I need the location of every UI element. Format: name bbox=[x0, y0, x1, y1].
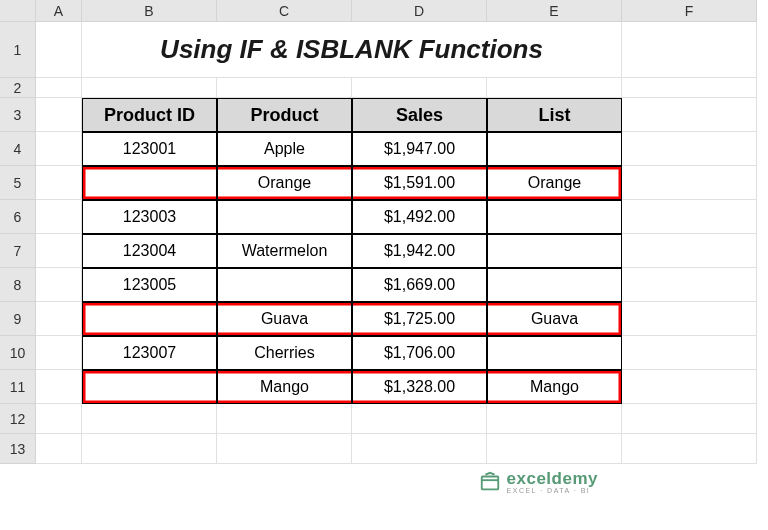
row-header-3[interactable]: 3 bbox=[0, 98, 36, 132]
cell-C8[interactable] bbox=[217, 268, 352, 302]
cell-A13[interactable] bbox=[36, 434, 82, 464]
cell-E6[interactable] bbox=[487, 200, 622, 234]
cell-D8[interactable]: $1,669.00 bbox=[352, 268, 487, 302]
cell-D6[interactable]: $1,492.00 bbox=[352, 200, 487, 234]
cell-D4[interactable]: $1,947.00 bbox=[352, 132, 487, 166]
cell-B7[interactable]: 123004 bbox=[82, 234, 217, 268]
cell-B2[interactable] bbox=[82, 78, 217, 98]
cell-E2[interactable] bbox=[487, 78, 622, 98]
cell-A4[interactable] bbox=[36, 132, 82, 166]
cell-C12[interactable] bbox=[217, 404, 352, 434]
cell-B13[interactable] bbox=[82, 434, 217, 464]
cell-E9[interactable]: Guava bbox=[487, 302, 622, 336]
cell-D11[interactable]: $1,328.00 bbox=[352, 370, 487, 404]
exceldemy-logo-icon bbox=[479, 471, 501, 493]
cell-F9[interactable] bbox=[622, 302, 757, 336]
col-header-F[interactable]: F bbox=[622, 0, 757, 22]
page-title: Using IF & ISBLANK Functions bbox=[160, 34, 543, 65]
cell-E4[interactable] bbox=[487, 132, 622, 166]
cell-F4[interactable] bbox=[622, 132, 757, 166]
cell-A6[interactable] bbox=[36, 200, 82, 234]
cell-F6[interactable] bbox=[622, 200, 757, 234]
col-header-E[interactable]: E bbox=[487, 0, 622, 22]
row-header-10[interactable]: 10 bbox=[0, 336, 36, 370]
col-header-D[interactable]: D bbox=[352, 0, 487, 22]
cell-F13[interactable] bbox=[622, 434, 757, 464]
cell-A1[interactable] bbox=[36, 22, 82, 78]
cell-E8[interactable] bbox=[487, 268, 622, 302]
cell-A3[interactable] bbox=[36, 98, 82, 132]
cell-D13[interactable] bbox=[352, 434, 487, 464]
cell-C5[interactable]: Orange bbox=[217, 166, 352, 200]
cell-D10[interactable]: $1,706.00 bbox=[352, 336, 487, 370]
cell-C9[interactable]: Guava bbox=[217, 302, 352, 336]
cell-C13[interactable] bbox=[217, 434, 352, 464]
cell-E12[interactable] bbox=[487, 404, 622, 434]
cell-F5[interactable] bbox=[622, 166, 757, 200]
title-cell[interactable]: Using IF & ISBLANK Functions bbox=[82, 22, 622, 78]
cell-A9[interactable] bbox=[36, 302, 82, 336]
row-header-7[interactable]: 7 bbox=[0, 234, 36, 268]
row-header-9[interactable]: 9 bbox=[0, 302, 36, 336]
cell-F11[interactable] bbox=[622, 370, 757, 404]
spreadsheet-grid: A B C D E F 1 Using IF & ISBLANK Functio… bbox=[0, 0, 768, 464]
col-header-B[interactable]: B bbox=[82, 0, 217, 22]
cell-F10[interactable] bbox=[622, 336, 757, 370]
cell-A10[interactable] bbox=[36, 336, 82, 370]
cell-B8[interactable]: 123005 bbox=[82, 268, 217, 302]
cell-E7[interactable] bbox=[487, 234, 622, 268]
cell-A12[interactable] bbox=[36, 404, 82, 434]
row-header-13[interactable]: 13 bbox=[0, 434, 36, 464]
header-product[interactable]: Product bbox=[217, 98, 352, 132]
watermark-sub: EXCEL · DATA · BI bbox=[507, 487, 598, 494]
cell-F3[interactable] bbox=[622, 98, 757, 132]
header-sales[interactable]: Sales bbox=[352, 98, 487, 132]
cell-E11[interactable]: Mango bbox=[487, 370, 622, 404]
svg-rect-0 bbox=[481, 477, 498, 490]
cell-B9[interactable] bbox=[82, 302, 217, 336]
cell-D7[interactable]: $1,942.00 bbox=[352, 234, 487, 268]
cell-F1[interactable] bbox=[622, 22, 757, 78]
cell-A2[interactable] bbox=[36, 78, 82, 98]
cell-C11[interactable]: Mango bbox=[217, 370, 352, 404]
cell-C4[interactable]: Apple bbox=[217, 132, 352, 166]
cell-D12[interactable] bbox=[352, 404, 487, 434]
cell-F12[interactable] bbox=[622, 404, 757, 434]
cell-D9[interactable]: $1,725.00 bbox=[352, 302, 487, 336]
cell-B10[interactable]: 123007 bbox=[82, 336, 217, 370]
row-header-2[interactable]: 2 bbox=[0, 78, 36, 98]
row-header-1[interactable]: 1 bbox=[0, 22, 36, 78]
cell-C10[interactable]: Cherries bbox=[217, 336, 352, 370]
row-header-6[interactable]: 6 bbox=[0, 200, 36, 234]
cell-A11[interactable] bbox=[36, 370, 82, 404]
cell-B6[interactable]: 123003 bbox=[82, 200, 217, 234]
cell-A8[interactable] bbox=[36, 268, 82, 302]
cell-D2[interactable] bbox=[352, 78, 487, 98]
header-product-id[interactable]: Product ID bbox=[82, 98, 217, 132]
cell-A5[interactable] bbox=[36, 166, 82, 200]
cell-B12[interactable] bbox=[82, 404, 217, 434]
cell-A7[interactable] bbox=[36, 234, 82, 268]
cell-B4[interactable]: 123001 bbox=[82, 132, 217, 166]
header-list[interactable]: List bbox=[487, 98, 622, 132]
col-header-C[interactable]: C bbox=[217, 0, 352, 22]
cell-B11[interactable] bbox=[82, 370, 217, 404]
cell-F8[interactable] bbox=[622, 268, 757, 302]
cell-D5[interactable]: $1,591.00 bbox=[352, 166, 487, 200]
cell-C2[interactable] bbox=[217, 78, 352, 98]
row-header-4[interactable]: 4 bbox=[0, 132, 36, 166]
cell-C6[interactable] bbox=[217, 200, 352, 234]
row-header-5[interactable]: 5 bbox=[0, 166, 36, 200]
cell-B5[interactable] bbox=[82, 166, 217, 200]
col-header-A[interactable]: A bbox=[36, 0, 82, 22]
cell-C7[interactable]: Watermelon bbox=[217, 234, 352, 268]
cell-F7[interactable] bbox=[622, 234, 757, 268]
cell-F2[interactable] bbox=[622, 78, 757, 98]
row-header-12[interactable]: 12 bbox=[0, 404, 36, 434]
cell-E5[interactable]: Orange bbox=[487, 166, 622, 200]
row-header-11[interactable]: 11 bbox=[0, 370, 36, 404]
row-header-8[interactable]: 8 bbox=[0, 268, 36, 302]
cell-E10[interactable] bbox=[487, 336, 622, 370]
corner-cell[interactable] bbox=[0, 0, 36, 22]
cell-E13[interactable] bbox=[487, 434, 622, 464]
